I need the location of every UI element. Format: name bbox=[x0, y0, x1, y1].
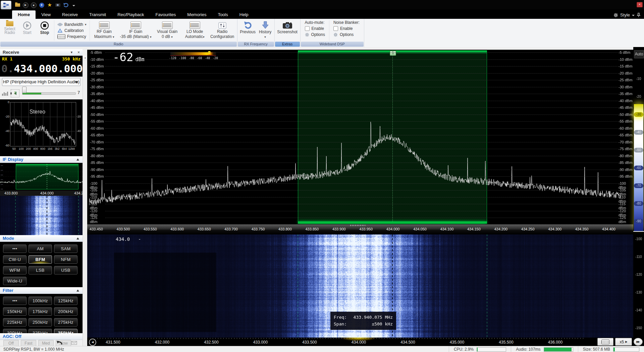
previous-button[interactable]: Previous bbox=[238, 19, 257, 41]
noise-blanker-options[interactable]: Options bbox=[333, 32, 360, 37]
if-display-canvas[interactable] bbox=[0, 163, 83, 190]
rf-gain-button[interactable]: RF Gain Maximum ▾ bbox=[91, 19, 118, 41]
colour-scale-tick[interactable]: -70 bbox=[634, 183, 643, 188]
close-icon[interactable]: × bbox=[637, 2, 643, 7]
tab-receive[interactable]: Receive bbox=[56, 10, 84, 19]
filter-header[interactable]: Filter bbox=[0, 287, 83, 294]
history-button[interactable]: History ▾ bbox=[257, 19, 273, 41]
panel-close-icon[interactable]: × bbox=[77, 49, 80, 56]
colour-scale-tick[interactable]: -40 bbox=[634, 130, 643, 135]
favourite-button[interactable]: ★ bbox=[46, 2, 53, 8]
mode-button-cw-u[interactable]: CW-U bbox=[3, 255, 26, 264]
colour-scale-tick[interactable]: -120 bbox=[634, 272, 643, 277]
filter-button-275khz[interactable]: 275kHz bbox=[54, 318, 77, 326]
mode-button-am[interactable]: AM bbox=[29, 245, 52, 253]
undo-button[interactable] bbox=[62, 2, 69, 8]
volume-slider-handle[interactable] bbox=[22, 87, 26, 93]
envelope-icon[interactable] bbox=[71, 341, 77, 345]
filter-button-dots[interactable]: ••• bbox=[3, 297, 26, 305]
gear-icon[interactable] bbox=[613, 13, 618, 17]
start-quick-button[interactable]: ▶ bbox=[22, 2, 29, 8]
app-menu-button[interactable] bbox=[1, 1, 11, 9]
colour-scale-tick[interactable]: -50 bbox=[634, 148, 643, 152]
screenshot-quick-button[interactable] bbox=[54, 2, 61, 8]
mode-button-sam[interactable]: SAM bbox=[54, 245, 77, 253]
agc-button-med[interactable]: Med bbox=[38, 340, 54, 347]
collapse-icon[interactable] bbox=[76, 159, 79, 161]
undo-arrow-icon[interactable] bbox=[56, 341, 63, 345]
marker-flag[interactable]: 1 bbox=[390, 51, 396, 56]
collapse-icon[interactable] bbox=[76, 290, 79, 292]
style-menu[interactable]: Style bbox=[620, 12, 630, 17]
colour-scale-tick[interactable]: -80 bbox=[634, 201, 643, 206]
if-waterfall-canvas[interactable] bbox=[0, 196, 83, 235]
colour-scale-tick[interactable]: -100 bbox=[634, 237, 643, 241]
colour-scale-tick[interactable]: -140 bbox=[634, 308, 643, 313]
colour-scale-tick[interactable]: -90 bbox=[634, 219, 643, 224]
if-display-header[interactable]: IF Display bbox=[0, 156, 83, 163]
tab-help[interactable]: Help bbox=[234, 10, 254, 19]
filter-button-100khz[interactable]: 100kHz bbox=[29, 297, 52, 305]
mode-button-wfm[interactable]: WFM bbox=[3, 266, 26, 274]
checkbox-icon[interactable] bbox=[305, 26, 310, 31]
tab-tools[interactable]: Tools bbox=[212, 10, 233, 19]
if-gain-button[interactable]: IF Gain -35 dB (Manual) ▾ bbox=[118, 19, 154, 41]
tab-transmit[interactable]: Transmit bbox=[84, 10, 112, 19]
colour-scale-tick[interactable]: -110 bbox=[634, 255, 643, 259]
noise-blanker-enable[interactable]: Enable bbox=[333, 26, 360, 31]
panel-scrollbar[interactable]: ▲ bbox=[83, 55, 88, 346]
filter-button-200khz[interactable]: 200kHz bbox=[54, 307, 77, 316]
frequency-axis[interactable]: 433.450433.500433.550433.600433.650433.7… bbox=[87, 224, 633, 234]
stop-button[interactable]: Stop bbox=[36, 19, 53, 41]
equalizer-icon[interactable] bbox=[2, 90, 9, 96]
panel-collapse-icon[interactable]: ▼ bbox=[70, 49, 73, 56]
auto-mute-enable[interactable]: Enable bbox=[305, 26, 325, 31]
auto-mute-options[interactable]: Options bbox=[305, 32, 325, 37]
mode-button-bfm[interactable]: BFM bbox=[29, 255, 52, 264]
axis-scroll-indicator[interactable] bbox=[350, 225, 366, 226]
spectrum-canvas[interactable] bbox=[87, 50, 633, 224]
auto-scale-button[interactable]: Auto bbox=[634, 50, 644, 58]
tab-favourites[interactable]: Favourites bbox=[150, 10, 182, 19]
filter-button-150khz[interactable]: 150kHz bbox=[3, 307, 26, 316]
spectrum-display[interactable]: -62dBm -120-100-80-60-40-20 1 -5 dBm-5 d… bbox=[87, 50, 633, 224]
select-radio-button[interactable]: Select Radio bbox=[1, 19, 18, 41]
colour-scale-tick[interactable]: -150 bbox=[634, 326, 643, 331]
filter-button-175khz[interactable]: 175kHz bbox=[29, 307, 52, 316]
tab-rec-playback[interactable]: Rec/Playback bbox=[112, 10, 150, 19]
collapse-icon[interactable] bbox=[76, 237, 79, 239]
frequency-button[interactable]: Frequency bbox=[57, 34, 87, 39]
mode-button-wide-u[interactable]: Wide-U bbox=[3, 277, 26, 285]
pin-icon[interactable] bbox=[637, 13, 641, 17]
filter-button-250khz[interactable]: 250kHz bbox=[29, 318, 52, 326]
if-display-chart[interactable] bbox=[0, 163, 83, 190]
audio-device-select[interactable]: HP (Périphérique High Definition Audio) bbox=[2, 78, 80, 86]
fast-forward-button[interactable]: ▶▶ bbox=[634, 338, 643, 346]
keyboard-entry-button[interactable] bbox=[597, 338, 613, 346]
agc-button-fast[interactable]: Fast bbox=[21, 340, 36, 347]
calibration-button[interactable]: Calibration bbox=[57, 28, 87, 33]
tab-view[interactable]: View bbox=[36, 10, 56, 19]
filter-button-125khz[interactable]: 125kHz bbox=[54, 297, 77, 305]
colour-scale-tick[interactable]: -10 bbox=[634, 77, 643, 81]
frequency-display[interactable]: 0.434.000.000 bbox=[1, 62, 83, 75]
colour-range-lower-bound[interactable] bbox=[633, 231, 644, 232]
mode-header[interactable]: Mode bbox=[0, 235, 83, 242]
colour-scale-tick[interactable]: -60 bbox=[634, 166, 643, 170]
colour-scale-tick[interactable]: -30 bbox=[634, 112, 643, 117]
mode-button-dots[interactable]: ••• bbox=[3, 245, 26, 253]
bandwidth-button[interactable]: Bandwidth▾ bbox=[57, 22, 87, 27]
zoom-button[interactable]: x5▶ bbox=[615, 338, 632, 346]
agc-header[interactable]: AGC: Off bbox=[0, 333, 83, 340]
add-button[interactable]: + bbox=[38, 2, 45, 8]
mode-button-nfm[interactable]: NFM bbox=[54, 255, 77, 264]
visual-gain-button[interactable]: Visual Gain 0 dB ▾ bbox=[154, 19, 181, 41]
scroll-up-icon[interactable]: ▲ bbox=[83, 55, 88, 60]
start-button[interactable]: Start bbox=[18, 19, 36, 41]
mode-button-lsb[interactable]: LSB bbox=[29, 266, 52, 274]
mute-toggle[interactable] bbox=[11, 89, 19, 97]
filter-button-225khz[interactable]: 225kHz bbox=[3, 318, 26, 326]
mode-button-usb[interactable]: USB bbox=[54, 266, 77, 274]
colour-scale-tick[interactable]: -130 bbox=[634, 290, 643, 295]
colour-scale-tick[interactable]: -20 bbox=[634, 94, 643, 99]
